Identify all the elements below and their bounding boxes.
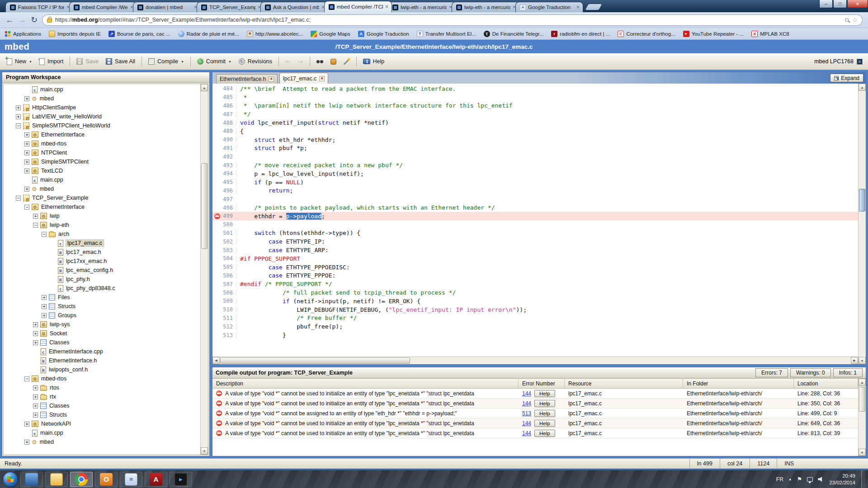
browser-tab[interactable]: lwip-eth - a mercurial rep× (452, 2, 519, 12)
table-row[interactable]: A value of type "void *" cannot be used … (212, 428, 858, 438)
expand-button[interactable]: Expand (830, 74, 863, 82)
compile-count-badge[interactable]: Errors: 7 (755, 368, 788, 377)
tree-item[interactable]: +Classes (4, 338, 200, 347)
commit-button[interactable]: Commit▼ (194, 56, 235, 66)
tree-item[interactable]: Hlpc_phy.h (4, 275, 200, 284)
browser-tab[interactable]: mbed Compiler /Websock× (69, 2, 137, 12)
tree-expander-icon[interactable]: + (33, 331, 38, 336)
tree-expander-icon[interactable]: + (42, 295, 47, 300)
error-number-link[interactable]: 513 (522, 410, 531, 417)
tree-scrollbar[interactable]: ▲ ▼ (200, 84, 208, 455)
tree-item[interactable]: cEthernetInterface.cpp (4, 347, 200, 356)
tree-item[interactable]: Hlpc17xx_emac.h (4, 257, 200, 266)
column-header[interactable]: Description (212, 379, 519, 388)
tree-item[interactable]: +⚙Socket (4, 329, 200, 338)
save-all-button[interactable]: Save All (103, 56, 138, 66)
tree-item[interactable]: +⚙lwip-sys (4, 320, 200, 329)
compile-count-badge[interactable]: Infos: 1 (833, 368, 863, 377)
tree-item[interactable]: +rtx (4, 392, 200, 401)
tree-item[interactable]: +⚙SimpleSMTPClient (4, 157, 200, 166)
import-button[interactable]: Import (36, 56, 66, 67)
tree-expander-icon[interactable]: − (24, 205, 29, 210)
tree-expander-icon[interactable]: − (24, 376, 29, 381)
tree-item[interactable]: +Structs (4, 410, 200, 419)
taskbar-item-outlook[interactable] (95, 472, 118, 487)
table-row[interactable]: A value of type "void *" cannot be assig… (212, 408, 858, 418)
editor-scrollbar[interactable]: ▲ ▼ (858, 84, 866, 364)
tray-expand-icon[interactable]: ▲ (788, 477, 792, 481)
minimize-button[interactable]: – (819, 0, 833, 8)
tree-expander-icon[interactable]: + (42, 313, 47, 318)
tab-close-icon[interactable]: × (319, 76, 325, 81)
bookmark-item[interactable]: MPLAB XC8 (751, 31, 789, 37)
tree-expander-icon[interactable]: + (24, 187, 29, 192)
tree-item[interactable]: −arch (4, 230, 200, 239)
tree-item[interactable]: Hlwipopts_conf.h (4, 365, 200, 374)
tree-expander-icon[interactable]: + (33, 385, 38, 390)
tree-expander-icon[interactable]: + (24, 440, 29, 445)
tree-item[interactable]: +HttpClientSamlpe (4, 103, 200, 112)
language-indicator[interactable]: FR (776, 476, 783, 483)
tree-expander-icon[interactable]: + (24, 169, 29, 174)
tree-item[interactable]: +Structs (4, 302, 200, 311)
network-icon[interactable] (807, 477, 813, 482)
bookmark-item[interactable]: Bourse de paris, cac ... (108, 31, 170, 37)
scroll-down-icon[interactable]: ▼ (859, 449, 866, 456)
error-number-link[interactable]: 144 (522, 400, 531, 407)
tree-expander-icon[interactable]: − (33, 223, 38, 228)
wand-button[interactable] (340, 56, 353, 66)
editor-tab[interactable]: lpc17_emac.c× (279, 73, 328, 84)
start-button[interactable] (3, 472, 18, 487)
editor-tab[interactable]: EthernetInterface.h× (216, 74, 278, 84)
close-button[interactable]: × (847, 0, 868, 8)
browser-tab[interactable]: lwip-eth - a mercurial rep× (388, 2, 456, 12)
tree-expander-icon[interactable]: + (24, 150, 29, 155)
tree-item[interactable]: clpc_phy_dp83848.c (4, 284, 200, 293)
bookmark-item[interactable]: Transfer Multisort El... (417, 31, 476, 37)
bookmark-item[interactable]: Importés depuis IE (49, 31, 101, 37)
taskbar-item-chrome[interactable] (70, 472, 93, 487)
maximize-button[interactable]: □ (833, 0, 847, 8)
scroll-down-icon[interactable]: ▼ (201, 447, 208, 455)
help-button[interactable]: Help (534, 420, 555, 427)
compile-output-scrollbar[interactable]: ▲ ▼ (858, 379, 866, 456)
table-row[interactable]: A value of type "void *" cannot be used … (212, 389, 858, 399)
horizontal-scrollbar[interactable]: ◀ ▶ (212, 357, 858, 364)
scrollbar-thumb[interactable] (859, 189, 865, 211)
scroll-up-icon[interactable]: ▲ (859, 84, 866, 91)
help-button[interactable]: Help (534, 390, 555, 397)
tree-item[interactable]: HEthernetInterface.h (4, 356, 200, 365)
tree-item[interactable]: +Groups (4, 311, 200, 320)
tree-item[interactable]: +⚙EthernetInterface (4, 130, 200, 139)
tree-expander-icon[interactable]: − (16, 196, 21, 201)
tree-item[interactable]: clpc17_emac.c (4, 239, 200, 248)
scrollbar-thumb[interactable] (201, 163, 208, 249)
tab-close-icon[interactable]: × (576, 5, 580, 10)
tree-expander-icon[interactable]: + (16, 105, 21, 110)
help-button[interactable]: Help (360, 56, 388, 66)
help-button[interactable]: Help (534, 400, 555, 407)
error-number-link[interactable]: 144 (522, 420, 531, 427)
tree-item[interactable]: −⚙mbed-rtos (4, 374, 200, 383)
tree-item[interactable]: +LabVIEW_write_HelloWorld (4, 112, 200, 121)
bookmark-item[interactable]: http://www.abcelec... (247, 31, 303, 37)
tree-item[interactable]: +⚙TextLCD (4, 166, 200, 175)
error-number-link[interactable]: 144 (522, 430, 531, 436)
taskbar-clock[interactable]: 20:49 23/02/2014 (829, 473, 857, 486)
scroll-right-icon[interactable]: ▶ (851, 357, 858, 364)
column-header[interactable]: Resource (565, 379, 683, 388)
taskbar-item-adobe-reader[interactable] (145, 472, 167, 487)
browser-tab[interactable]: mbed Compiler /TCP_Ser× (324, 1, 392, 12)
bookmark-item[interactable]: Radar de pluie et mé... (178, 31, 239, 37)
taskbar-item-explorer[interactable] (45, 472, 68, 487)
tree-expander-icon[interactable]: + (24, 132, 29, 137)
bookmark-item[interactable]: De Financiële Telegr... (484, 31, 544, 37)
tree-item[interactable]: Hlpc17_emac.h (4, 248, 200, 257)
tree-expander-icon[interactable]: + (24, 96, 29, 101)
tree-item[interactable]: +Classes (4, 401, 200, 410)
new-file-button[interactable]: New▼ (4, 56, 35, 67)
tree-expander-icon[interactable]: + (24, 141, 29, 146)
tree-item[interactable]: −TCP_Server_Example (4, 193, 200, 202)
bookmark-item[interactable]: Google Maps (311, 31, 350, 37)
compile-count-badge[interactable]: Warnings: 0 (790, 368, 831, 377)
